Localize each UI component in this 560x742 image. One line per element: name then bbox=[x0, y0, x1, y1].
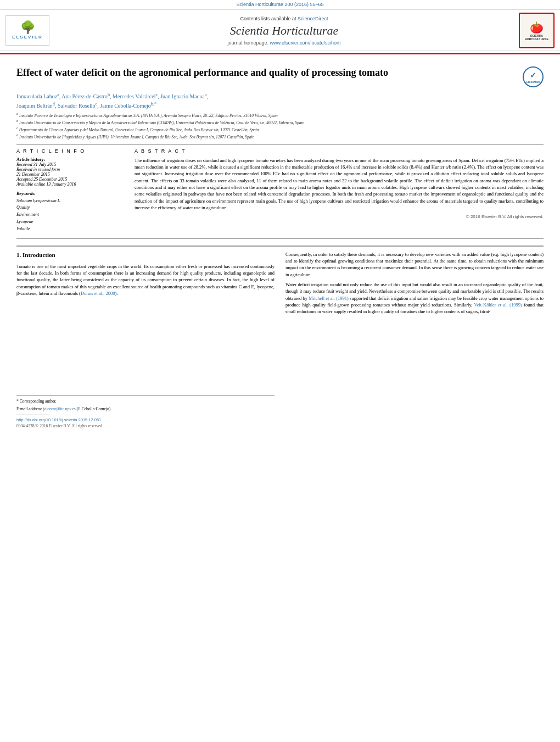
accepted-date: Accepted 25 December 2015 bbox=[16, 177, 126, 182]
doi-link[interactable]: http://dx.doi.org/10.1016/j.scienta.2015… bbox=[16, 417, 101, 422]
intro-para-right-2: Water deficit irrigation would not only … bbox=[285, 281, 544, 315]
keyword-3: Environment bbox=[16, 211, 126, 219]
scihorti-logo-text: SCIENTIAHORTICULTURAE bbox=[525, 34, 548, 41]
journal-header: Scientia Horticulturae 200 (2016) 55–65 … bbox=[0, 0, 560, 54]
body-col-right: Consequently, in order to satisfy these … bbox=[285, 251, 544, 429]
keyword-2: Quality bbox=[16, 204, 126, 211]
crossmark-icon: ✓ bbox=[530, 71, 536, 80]
abstract-heading: A B S T R A C T bbox=[135, 148, 544, 154]
affiliations-section: a Instituto Navarro de Tecnología e Infr… bbox=[16, 111, 544, 140]
section-title: Introduction bbox=[23, 252, 55, 258]
author-4: , Juan Ignacio Macuaa bbox=[158, 93, 206, 99]
keywords-list: Solanum lycopersicum L. Quality Environm… bbox=[16, 198, 126, 233]
elsevier-logo: 🌳 ELSEVIER bbox=[5, 15, 49, 46]
authors-section: Inmaculada Lahoza, Ana Pérez-de-Castrob,… bbox=[16, 92, 544, 110]
veit-ref[interactable]: Veit-Köhler et al. (1999) bbox=[474, 302, 522, 308]
section-heading-intro: 1. Introduction bbox=[16, 251, 275, 260]
scihorti-logo: 🍅 SCIENTIAHORTICULTURAE bbox=[519, 13, 555, 48]
crossmark-label: CrossMark bbox=[526, 80, 540, 83]
author-6: , Salvador Rosellóc bbox=[55, 103, 97, 109]
article-history: Article history: Received 31 July 2015 R… bbox=[16, 157, 126, 187]
main-content: Effect of water deficit on the agronomic… bbox=[0, 54, 560, 435]
article-body: A R T I C L E I N F O Article history: R… bbox=[16, 148, 544, 233]
scihorti-logo-icon: 🍅 bbox=[530, 21, 544, 34]
two-col-body: 1. Introduction Tomato is one of the mos… bbox=[16, 251, 544, 429]
author-1: Inmaculada Lahoza bbox=[16, 93, 59, 99]
introduction-section: 1. Introduction Tomato is one of the mos… bbox=[16, 246, 544, 429]
copyright-line: © 2016 Elsevier B.V. All rights reserved… bbox=[135, 214, 544, 219]
received-date: Received 31 July 2015 bbox=[16, 162, 126, 167]
journal-title-display: Scientia Horticulturae bbox=[49, 24, 519, 38]
contents-available: Contents lists available at ScienceDirec… bbox=[49, 16, 519, 21]
article-title: Effect of water deficit on the agronomic… bbox=[16, 66, 517, 79]
section-number: 1. bbox=[16, 252, 21, 258]
journal-top-bar: 🌳 ELSEVIER Contents lists available at S… bbox=[0, 9, 560, 51]
footer-copyright: 0304-4238/© 2016 Elsevier B.V. All right… bbox=[16, 423, 275, 429]
author-5: Joaquim Beltránd bbox=[16, 103, 55, 109]
citation-text: Scientia Horticulturae 200 (2016) 55–65 bbox=[236, 2, 323, 7]
affiliation-a: a Instituto Navarro de Tecnología e Infr… bbox=[16, 111, 544, 119]
homepage-info: journal homepage: www.elsevier.com/locat… bbox=[49, 40, 519, 46]
body-col-left: 1. Introduction Tomato is one of the mos… bbox=[16, 251, 275, 429]
article-footer: * Corresponding author. E-mail address: … bbox=[16, 395, 275, 429]
keywords-section: Keywords: Solanum lycopersicum L. Qualit… bbox=[16, 191, 126, 233]
intro-para-1: Tomato is one of the most important vege… bbox=[16, 263, 275, 297]
received-revised-date: 21 December 2015 bbox=[16, 172, 126, 177]
author-7: , Jaime Cebolla-Cornejob,* bbox=[97, 103, 156, 109]
affiliation-b: b Instituto Universitario de Conservació… bbox=[16, 119, 544, 126]
elsevier-brand: ELSEVIER bbox=[12, 35, 43, 40]
received-revised-label: Received in revised form bbox=[16, 167, 126, 172]
author-3: , Mercedes Valcárcelc bbox=[110, 93, 158, 99]
sciencedirect-link[interactable]: ScienceDirect bbox=[298, 16, 328, 21]
abstract-text: The influence of irrigation doses on sta… bbox=[135, 157, 544, 211]
journal-center-info: Contents lists available at ScienceDirec… bbox=[49, 16, 519, 46]
article-info-heading: A R T I C L E I N F O bbox=[16, 148, 126, 154]
article-info-col: A R T I C L E I N F O Article history: R… bbox=[16, 148, 126, 233]
dorais-ref[interactable]: Dorais et al., 2008 bbox=[81, 291, 115, 296]
keyword-4: Lycopene bbox=[16, 219, 126, 226]
footer-divider bbox=[16, 415, 49, 415]
available-date: Available online 13 January 2016 bbox=[16, 182, 126, 187]
citation-bar: Scientia Horticulturae 200 (2016) 55–65 bbox=[0, 0, 560, 9]
history-title: Article history: bbox=[16, 157, 126, 162]
divider-1 bbox=[16, 144, 544, 145]
keyword-1: Solanum lycopersicum L. bbox=[16, 198, 126, 205]
abstract-col: A B S T R A C T The influence of irrigat… bbox=[135, 148, 544, 233]
footnote-email: E-mail address: jaicecor@itc.upv.es (J. … bbox=[16, 406, 275, 412]
crossmark-badge: ✓ CrossMark bbox=[523, 66, 544, 87]
page-wrapper: Scientia Horticulturae 200 (2016) 55–65 … bbox=[0, 0, 560, 435]
doi-line: http://dx.doi.org/10.1016/j.scienta.2015… bbox=[16, 417, 275, 423]
author-2: , Ana Pérez-de-Castrob bbox=[59, 93, 110, 99]
article-title-section: Effect of water deficit on the agronomic… bbox=[16, 60, 544, 87]
affiliation-d: d Instituto Universitario de Plaguicidas… bbox=[16, 133, 544, 140]
footnote-corresponding: * Corresponding author. bbox=[16, 399, 275, 405]
affiliation-c: c Departamento de Ciencias Agrarias y de… bbox=[16, 126, 544, 133]
keyword-5: Volatile bbox=[16, 226, 126, 233]
homepage-link[interactable]: www.elsevier.com/locate/scihorti bbox=[270, 40, 341, 46]
divider-2 bbox=[16, 238, 544, 239]
keywords-title: Keywords: bbox=[16, 191, 126, 196]
email-link[interactable]: jaicecor@itc.upv.es bbox=[43, 406, 76, 411]
intro-para-right-1: Consequently, in order to satisfy these … bbox=[285, 251, 544, 278]
mitchell-ref[interactable]: Mitchell et al. (1991) bbox=[309, 295, 349, 301]
elsevier-tree-icon: 🌳 bbox=[20, 21, 35, 34]
